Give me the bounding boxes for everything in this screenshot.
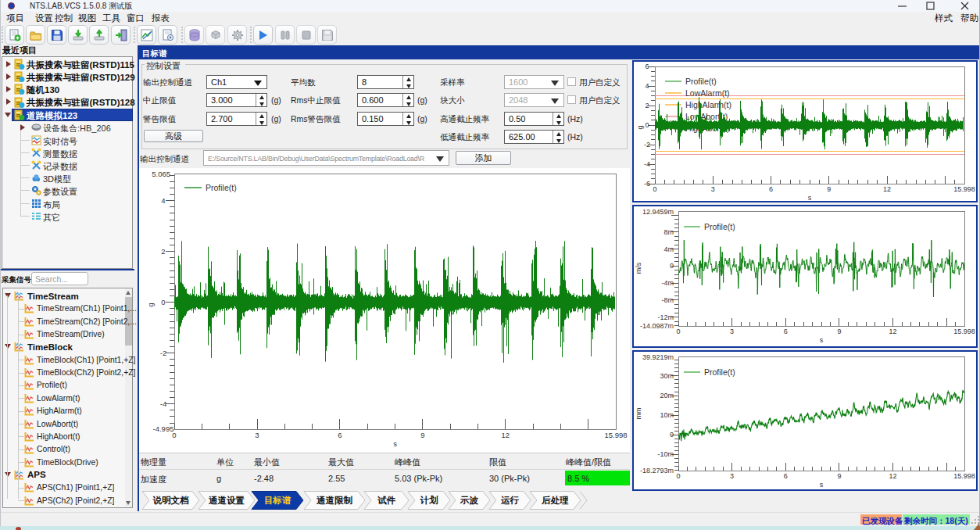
svg-text:8m: 8m <box>663 228 674 236</box>
svg-text:-18.2793m: -18.2793m <box>640 467 674 474</box>
svg-text:12: 12 <box>889 472 896 480</box>
svg-text:说明文档: 说明文档 <box>153 496 190 505</box>
svg-text:12.9459m: 12.9459m <box>642 208 674 216</box>
svg-text:0: 0 <box>670 262 674 270</box>
svg-text:s: s <box>820 481 824 489</box>
svg-text:s: s <box>820 336 824 344</box>
svg-text:3: 3 <box>730 328 734 335</box>
svg-text:通道限制: 通道限制 <box>316 496 353 505</box>
svg-text:2: 2 <box>645 102 649 109</box>
svg-text:4m: 4m <box>663 245 674 253</box>
svg-text:0: 0 <box>653 185 656 193</box>
svg-text:3: 3 <box>730 472 734 480</box>
svg-text:-10m: -10m <box>657 450 674 458</box>
svg-text:6: 6 <box>784 472 788 480</box>
svg-text:g: g <box>636 125 644 129</box>
svg-text:39.9219m: 39.9219m <box>642 353 674 361</box>
svg-text:9: 9 <box>827 185 831 193</box>
svg-text:-12m: -12m <box>657 313 674 321</box>
svg-text:0: 0 <box>645 121 649 129</box>
svg-text:-14.0987m: -14.0987m <box>640 322 674 330</box>
svg-text:15.998: 15.998 <box>953 185 975 193</box>
svg-text:Profile(t): Profile(t) <box>704 222 735 231</box>
svg-text:LowAlarm(t): LowAlarm(t) <box>685 88 730 98</box>
svg-text:-2: -2 <box>644 141 650 149</box>
svg-text:10m: 10m <box>660 411 674 419</box>
svg-text:-4: -4 <box>644 160 650 168</box>
svg-text:3: 3 <box>711 185 715 193</box>
svg-text:Profile(t): Profile(t) <box>704 367 735 377</box>
svg-text:6: 6 <box>769 185 773 193</box>
svg-text:0: 0 <box>676 472 680 480</box>
svg-text:m/s: m/s <box>635 262 642 274</box>
svg-text:9: 9 <box>837 328 841 335</box>
svg-text:0: 0 <box>670 431 674 439</box>
svg-text:mm: mm <box>635 408 642 420</box>
svg-text:4: 4 <box>645 82 649 90</box>
svg-text:示波: 示波 <box>460 496 479 505</box>
svg-text:12: 12 <box>889 328 896 335</box>
svg-text:15.998: 15.998 <box>953 472 975 480</box>
svg-text:-6: -6 <box>644 180 650 188</box>
svg-text:15.998: 15.998 <box>953 328 975 335</box>
svg-text:后处理: 后处理 <box>541 495 569 505</box>
svg-text:12: 12 <box>883 185 891 193</box>
svg-text:-8m: -8m <box>662 296 674 304</box>
svg-text:s: s <box>808 194 812 202</box>
svg-text:-4m: -4m <box>662 279 674 287</box>
svg-text:30m: 30m <box>660 372 674 380</box>
svg-text:计划: 计划 <box>420 495 439 505</box>
svg-text:6: 6 <box>784 328 788 335</box>
svg-text:0: 0 <box>676 328 680 335</box>
svg-text:Profile(t): Profile(t) <box>685 77 717 86</box>
svg-text:运行: 运行 <box>500 496 520 505</box>
svg-text:20m: 20m <box>660 392 674 399</box>
svg-text:6: 6 <box>645 63 649 70</box>
svg-text:通道设置: 通道设置 <box>208 496 245 505</box>
svg-text:试件: 试件 <box>377 496 396 505</box>
svg-text:HighAlarm(t): HighAlarm(t) <box>685 100 731 109</box>
svg-text:目标谱: 目标谱 <box>264 495 291 505</box>
svg-text:9: 9 <box>837 472 841 480</box>
